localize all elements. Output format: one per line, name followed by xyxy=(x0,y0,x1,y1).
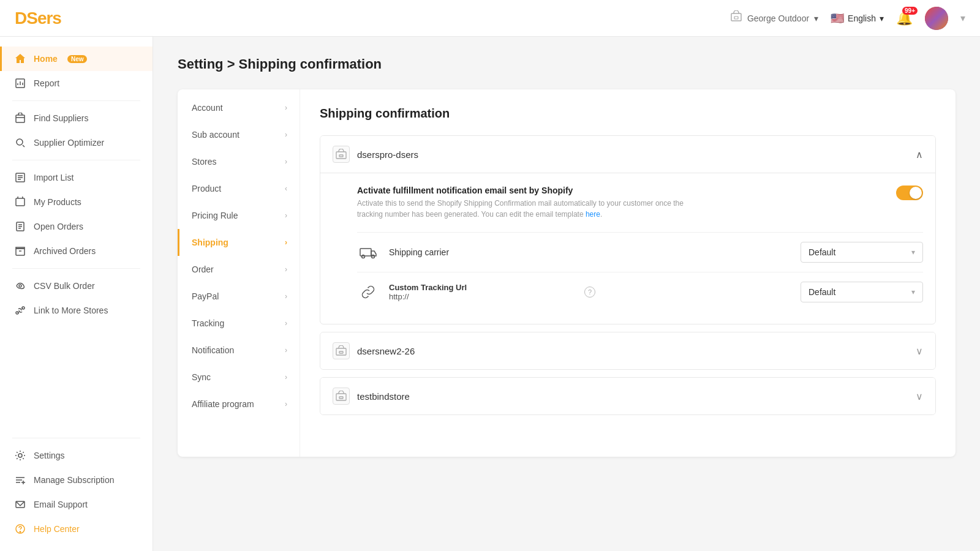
sync-chevron: › xyxy=(285,373,287,381)
settings-menu-pricing-rule[interactable]: Pricing Rule › xyxy=(178,202,300,229)
store-header-dsersnew2[interactable]: dsersnew2-26 xyxy=(320,332,935,369)
manage-subscription-icon xyxy=(14,474,26,486)
settings-menu-product[interactable]: Product ‹ xyxy=(178,175,300,202)
sidebar-item-find-suppliers[interactable]: Find Suppliers xyxy=(0,106,153,130)
account-chevron: › xyxy=(285,103,287,112)
sidebar-item-csv-bulk-order[interactable]: CSV Bulk Order xyxy=(0,274,153,298)
sidebar-label-help-center: Help Center xyxy=(34,524,80,534)
open-orders-icon xyxy=(14,220,26,233)
custom-tracking-help[interactable]: ? xyxy=(584,287,595,298)
svg-point-4 xyxy=(17,139,23,145)
store-chevron-testbind xyxy=(916,391,923,402)
svg-rect-8 xyxy=(16,249,24,255)
tracking-chevron: › xyxy=(285,319,287,328)
fulfillment-row: Activate fulfillment notification email … xyxy=(357,186,923,220)
custom-tracking-dropdown[interactable]: Default ▾ xyxy=(801,282,923,302)
report-icon xyxy=(14,77,26,89)
svg-rect-0 xyxy=(731,13,741,21)
sidebar-divider-3 xyxy=(12,268,140,269)
store-name-testbind: testbindstore xyxy=(357,391,410,402)
store-block-testbind: testbindstore xyxy=(320,377,936,415)
settings-menu-order[interactable]: Order › xyxy=(178,256,300,283)
shipping-confirmation-title: Shipping confirmation xyxy=(320,107,936,121)
store-selector[interactable]: George Outdoor ▾ xyxy=(730,10,818,26)
settings-menu-paypal[interactable]: PayPal › xyxy=(178,283,300,310)
store-header-left-dserspro: dserspro-dsers xyxy=(333,146,418,163)
flag-icon: 🇺🇸 xyxy=(831,12,844,25)
settings-menu-tracking[interactable]: Tracking › xyxy=(178,310,300,337)
svg-rect-6 xyxy=(16,198,24,206)
custom-tracking-value: Default xyxy=(809,287,835,297)
stores-label: Stores xyxy=(192,157,216,167)
help-center-icon xyxy=(14,523,26,535)
sidebar-item-report[interactable]: Report xyxy=(0,71,153,96)
custom-tracking-url: http:// xyxy=(389,292,575,301)
sidebar-item-my-products[interactable]: My Products xyxy=(0,190,153,214)
svg-rect-17 xyxy=(339,155,343,157)
settings-menu-sync[interactable]: Sync › xyxy=(178,364,300,391)
store-expanded-dserspro: Activate fulfillment notification email … xyxy=(320,173,935,324)
sidebar-item-email-support[interactable]: Email Support xyxy=(0,492,153,517)
notification-label: Notification xyxy=(192,345,234,355)
settings-menu-notification[interactable]: Notification › xyxy=(178,337,300,364)
store-icon xyxy=(730,10,742,26)
store-chevron-dsersnew2 xyxy=(916,345,923,357)
fulfillment-toggle[interactable] xyxy=(896,186,923,200)
settings-menu-shipping[interactable]: Shipping › xyxy=(178,229,300,256)
sidebar-item-manage-subscription[interactable]: Manage Subscription xyxy=(0,468,153,492)
sidebar-label-email-support: Email Support xyxy=(34,500,88,509)
shipping-carrier-dropdown[interactable]: Default ▾ xyxy=(801,242,923,263)
archived-orders-icon xyxy=(14,245,26,257)
svg-rect-18 xyxy=(360,249,371,256)
affiliate-program-label: Affiliate program xyxy=(192,399,254,409)
store-name-dserspro: dserspro-dsers xyxy=(357,149,418,160)
sidebar: Home New Report Find Suppliers Supplier … xyxy=(0,37,153,551)
product-label: Product xyxy=(192,184,221,193)
language-selector[interactable]: 🇺🇸 English ▾ xyxy=(831,12,884,25)
language-label: English xyxy=(848,13,876,23)
sidebar-item-link-to-more-stores[interactable]: Link to More Stores xyxy=(0,298,153,323)
email-support-icon xyxy=(14,498,26,511)
settings-menu-account[interactable]: Account › xyxy=(178,94,300,121)
sidebar-item-home[interactable]: Home New xyxy=(0,47,153,71)
sidebar-divider-1 xyxy=(12,100,140,101)
sidebar-label-settings: Settings xyxy=(34,451,65,460)
store-header-left-dsersnew2: dsersnew2-26 xyxy=(333,342,415,359)
sync-label: Sync xyxy=(192,372,211,382)
user-chevron[interactable]: ▾ xyxy=(960,12,965,24)
header-right: George Outdoor ▾ 🇺🇸 English ▾ 🔔 99+ ▾ xyxy=(730,7,965,30)
pricing-rule-chevron: › xyxy=(285,211,287,220)
logo: DSers xyxy=(15,9,61,28)
fulfillment-link[interactable]: here xyxy=(586,210,600,219)
store-header-testbind[interactable]: testbindstore xyxy=(320,378,935,414)
shipping-carrier-row: Shipping carrier Default ▾ xyxy=(357,232,923,272)
settings-menu-affiliate-program[interactable]: Affiliate program › xyxy=(178,391,300,418)
top-header: DSers George Outdoor ▾ 🇺🇸 English ▾ 🔔 99… xyxy=(0,0,980,37)
shipping-label: Shipping xyxy=(192,238,228,247)
sidebar-item-archived-orders[interactable]: Archived Orders xyxy=(0,239,153,263)
fulfillment-text: Activate fulfillment notification email … xyxy=(357,186,700,220)
order-label: Order xyxy=(192,264,214,274)
sub-account-label: Sub account xyxy=(192,130,239,140)
avatar[interactable] xyxy=(925,7,948,30)
sidebar-label-my-products: My Products xyxy=(34,197,81,207)
settings-menu-sub-account[interactable]: Sub account › xyxy=(178,121,300,148)
sub-account-chevron: › xyxy=(285,130,287,139)
settings-icon xyxy=(14,449,26,462)
store-header-dserspro[interactable]: dserspro-dsers xyxy=(320,136,935,173)
sidebar-item-settings[interactable]: Settings xyxy=(0,443,153,468)
sidebar-item-supplier-optimizer[interactable]: Supplier Optimizer xyxy=(0,130,153,155)
notification-button[interactable]: 🔔 99+ xyxy=(896,10,913,26)
svg-point-15 xyxy=(20,531,21,533)
settings-menu-stores[interactable]: Stores › xyxy=(178,148,300,175)
link-to-more-stores-icon xyxy=(14,304,26,317)
custom-tracking-icon xyxy=(357,281,379,303)
sidebar-divider-2 xyxy=(12,160,140,160)
custom-tracking-row: Custom Tracking Url http:// ? Default ▾ xyxy=(357,272,923,312)
store-icon-dsersnew2 xyxy=(333,342,350,359)
sidebar-item-open-orders[interactable]: Open Orders xyxy=(0,214,153,239)
sidebar-divider-bottom xyxy=(12,438,140,438)
sidebar-item-import-list[interactable]: Import List xyxy=(0,165,153,190)
sidebar-item-help-center[interactable]: Help Center xyxy=(0,517,153,541)
app-body: Home New Report Find Suppliers Supplier … xyxy=(0,37,980,551)
